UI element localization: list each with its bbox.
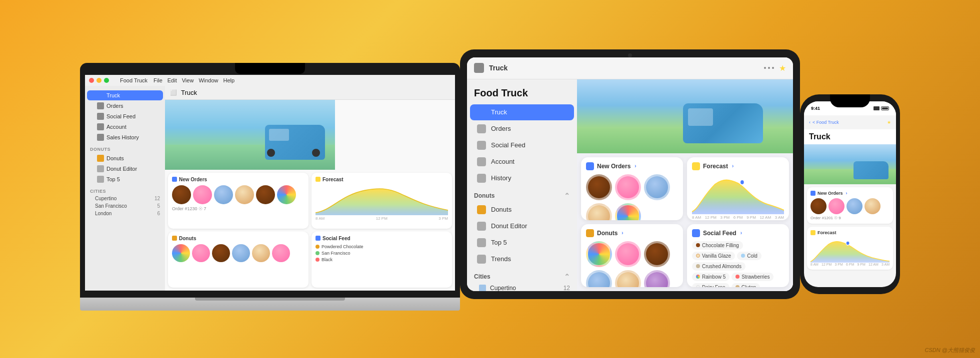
ipad-nav-donuts[interactable]: Donuts bbox=[470, 202, 574, 218]
iphone-donut-pink bbox=[828, 198, 844, 214]
ipad-nav-editor[interactable]: Donut Editor bbox=[470, 218, 574, 234]
ipad-donuts-section: Donuts ⌃ bbox=[467, 187, 577, 201]
ipad-orders-card-label: New Orders bbox=[597, 163, 630, 170]
ipad-nav-history[interactable]: History bbox=[470, 170, 574, 186]
iphone-forecast-header: Forecast bbox=[810, 230, 890, 235]
sidebar-item-account[interactable]: Account bbox=[87, 122, 163, 132]
mac-orders-header: New Orders bbox=[172, 177, 304, 182]
iphone-back-label[interactable]: < Food Truck bbox=[812, 120, 839, 125]
signal-icon bbox=[874, 106, 880, 110]
tag-cold-label: Cold bbox=[747, 253, 758, 259]
sidebar-social-label: Social Feed bbox=[106, 113, 136, 119]
iphone-page-title: Truck bbox=[804, 129, 896, 144]
mac-city-london[interactable]: London 6 bbox=[85, 210, 165, 217]
maximize-button[interactable] bbox=[104, 78, 109, 83]
iphone-orders-arrow[interactable]: › bbox=[846, 191, 848, 196]
ipad-social-chevron[interactable]: › bbox=[740, 230, 742, 236]
sidebar-history-label: Sales History bbox=[106, 134, 139, 140]
ipad-nav-account[interactable]: Account bbox=[470, 154, 574, 170]
ipad-nav-donuts-label: Donuts bbox=[491, 206, 512, 213]
iphone-star-button[interactable]: ★ bbox=[887, 120, 891, 125]
ipad-star-button[interactable]: ★ bbox=[779, 63, 786, 73]
mac-orders-panel: New Orders bbox=[168, 173, 308, 229]
iphone-notch bbox=[830, 94, 870, 107]
donut-blue bbox=[214, 185, 233, 204]
ipad-donut-blue bbox=[644, 174, 670, 200]
iphone-forecast-axis: 8 AM12 PM3 PM6 PM9 PM12 AM3 AM bbox=[810, 263, 890, 266]
ipad-donuts-card-header: Donuts › bbox=[586, 229, 678, 237]
ipad-forecast-card: Forecast › bbox=[687, 157, 789, 220]
iphone-back-icon[interactable]: ‹ bbox=[809, 120, 810, 125]
ipad-nav-trends[interactable]: Trends bbox=[470, 251, 574, 267]
macbook-hinge bbox=[195, 298, 345, 301]
sidebar-account-label: Account bbox=[106, 124, 126, 130]
sidebar-item-donut-editor[interactable]: Donut Editor bbox=[87, 164, 163, 174]
ipad-orders-card: New Orders › Order # bbox=[581, 157, 683, 220]
tag-strawberries[interactable]: Strawberries bbox=[732, 273, 774, 281]
mac-forecast-chart bbox=[316, 185, 448, 215]
mac-menu-edit[interactable]: Edit bbox=[168, 77, 177, 83]
tag-gluten[interactable]: Gluten bbox=[732, 283, 760, 287]
donut-blue2 bbox=[232, 244, 250, 262]
iphone-forecast-label: Forecast bbox=[818, 230, 836, 235]
ipad-outer: Truck ★ Food Truck Truck bbox=[460, 49, 800, 299]
sidebar-item-donuts[interactable]: Donuts bbox=[87, 153, 163, 163]
tag-cold[interactable]: Cold bbox=[737, 252, 762, 260]
mac-menu-window[interactable]: Window bbox=[198, 77, 218, 83]
ipad-orders-chevron[interactable]: › bbox=[634, 163, 636, 169]
ipad-donuts-chevron[interactable]: ⌃ bbox=[564, 192, 570, 200]
tag-almonds[interactable]: Crushed Almonds bbox=[692, 262, 746, 271]
toolbar-dot3 bbox=[772, 67, 774, 69]
mac-donuts-header: Donuts bbox=[172, 236, 304, 241]
mac-social-item-2: San Francisco bbox=[316, 251, 448, 256]
tag-vanilla[interactable]: Vanilla Glaze bbox=[692, 252, 735, 260]
mac-social-header: Social Feed bbox=[316, 236, 448, 241]
mac-menu-view[interactable]: View bbox=[182, 77, 194, 83]
iphone-time: 9:41 bbox=[811, 106, 820, 111]
city-london-label: London bbox=[95, 211, 112, 216]
ipad-donut-glazed bbox=[586, 203, 612, 220]
mac-city-cupertino[interactable]: Cupertino 12 bbox=[85, 195, 165, 202]
sidebar-item-social[interactable]: Social Feed bbox=[87, 111, 163, 121]
ipad-social-tags: Chocolate Filling Vanilla Glaze Cold bbox=[692, 241, 784, 287]
ipad-city-cupertino[interactable]: Cupertino 12 bbox=[467, 282, 577, 291]
tag-chocolate[interactable]: Chocolate Filling bbox=[692, 241, 743, 250]
ipad-donut-rainbow bbox=[615, 203, 641, 220]
ipad-nav-orders[interactable]: Orders bbox=[470, 121, 574, 137]
sidebar-item-orders[interactable]: Orders bbox=[87, 101, 163, 111]
ipad-cities-section: Cities ⌃ bbox=[467, 268, 577, 282]
mac-donuts-section: Donuts bbox=[85, 143, 165, 153]
ipad-cities-chevron[interactable]: ⌃ bbox=[564, 273, 570, 281]
close-button[interactable] bbox=[89, 78, 94, 83]
mac-city-sf[interactable]: San Francisco 5 bbox=[85, 202, 165, 210]
minimize-button[interactable] bbox=[96, 78, 102, 83]
iphone-truck-banner bbox=[804, 144, 896, 184]
tag-dairy[interactable]: Dairy Free bbox=[692, 283, 730, 287]
ipad-donuts-chevron[interactable]: › bbox=[622, 230, 623, 236]
mac-cities-section: Cities bbox=[85, 185, 165, 195]
mac-toolbar: ⬜ Truck bbox=[165, 86, 455, 100]
iphone-forecast-card: Forecast bbox=[807, 227, 893, 270]
city-london-count: 6 bbox=[157, 211, 160, 216]
mac-menu-help[interactable]: Help bbox=[224, 77, 235, 83]
sidebar-item-truck[interactable]: Truck bbox=[87, 90, 163, 100]
mac-forecast-header: Forecast bbox=[316, 177, 448, 182]
ipad-donut2-blue bbox=[586, 270, 612, 287]
tag-rainbow5[interactable]: Rainbow 5 bbox=[692, 273, 730, 281]
mac-menu-file[interactable]: File bbox=[154, 77, 162, 83]
donut-pink2 bbox=[192, 244, 210, 262]
ipad-nav-truck[interactable]: Truck bbox=[470, 104, 574, 120]
ipad-main: New Orders › Order # bbox=[577, 79, 793, 291]
iphone-nav-bar: ‹ < Food Truck ★ bbox=[804, 115, 896, 129]
ipad-nav-social[interactable]: Social Feed bbox=[470, 137, 574, 153]
mac-app-name: Food Truck bbox=[120, 77, 148, 83]
ipad-forecast-chevron[interactable]: › bbox=[732, 163, 734, 169]
sidebar-item-top5[interactable]: Top 5 bbox=[87, 174, 163, 184]
iphone-orders-header: New Orders › bbox=[810, 191, 890, 196]
iphone-orders-card: New Orders › Order #1201 ☉ 9 bbox=[807, 187, 893, 224]
donut-glazed2 bbox=[252, 244, 270, 262]
iphone-donut-blue bbox=[846, 198, 862, 214]
ipad-sidebar-toggle[interactable] bbox=[474, 63, 484, 73]
sidebar-item-history[interactable]: Sales History bbox=[87, 132, 163, 142]
ipad-nav-top5[interactable]: Top 5 bbox=[470, 235, 574, 251]
